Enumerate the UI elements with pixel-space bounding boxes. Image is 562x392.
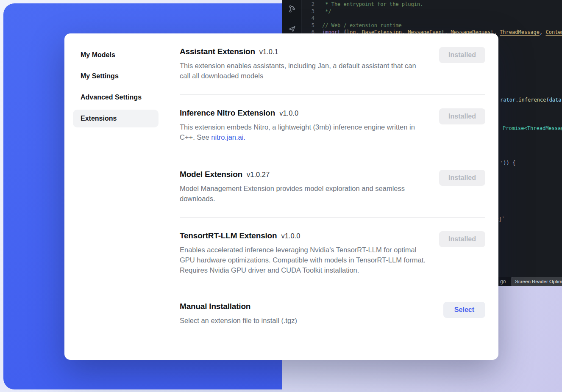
sidebar-item-my-settings[interactable]: My Settings xyxy=(73,67,159,85)
extension-info: Inference Nitro Extension v1.0.0 This ex… xyxy=(180,108,428,142)
code-token: ( xyxy=(546,97,549,103)
code-token: ContentType xyxy=(545,29,562,35)
extensions-list: Assistant Extension v1.0.1 This extensio… xyxy=(165,33,498,360)
extension-info: Manual Installation Select an extension … xyxy=(180,302,297,326)
extension-version: v1.0.0 xyxy=(281,232,300,240)
code-token: */ xyxy=(322,8,331,14)
extension-title-row: Inference Nitro Extension v1.0.0 xyxy=(180,108,428,118)
extension-title: TensortRT-LLM Extension xyxy=(180,231,277,240)
status-text: go xyxy=(500,278,506,285)
extension-title-row: Manual Installation xyxy=(180,302,297,311)
line-number: 3 xyxy=(302,8,314,15)
sidebar-item-my-models[interactable]: My Models xyxy=(73,46,159,64)
code-line: 4 xyxy=(302,15,562,22)
settings-sidebar: My Models My Settings Advanced Settings … xyxy=(64,33,165,360)
extension-item-model: Model Extension v1.0.27 Model Management… xyxy=(180,156,485,217)
section-title: Manual Installation xyxy=(180,302,250,311)
extension-title: Inference Nitro Extension xyxy=(180,108,275,118)
code-line: 2 * The entrypoint for the plugin. xyxy=(302,1,562,8)
extension-info: TensortRT-LLM Extension v1.0.0 Enables a… xyxy=(180,231,428,275)
code-line: 3 */ xyxy=(302,8,562,15)
manual-installation-section: Manual Installation Select an extension … xyxy=(180,289,485,341)
sidebar-item-extensions[interactable]: Extensions xyxy=(73,110,159,127)
extension-title-row: TensortRT-LLM Extension v1.0.0 xyxy=(180,231,428,240)
code-fragment: ')) { xyxy=(500,160,515,167)
installed-button[interactable]: Installed xyxy=(439,170,485,186)
extension-description: This extension embeds Nitro, a lightweig… xyxy=(180,122,428,142)
code-fragment: rator.inference(data)); xyxy=(500,97,562,104)
code-token: // Web / extension runtime xyxy=(322,22,402,28)
section-description: Select an extension file to install (.tg… xyxy=(180,315,297,326)
code-token: ThreadMessage xyxy=(500,29,540,35)
select-file-button[interactable]: Select xyxy=(443,302,485,318)
extension-title-row: Model Extension v1.0.27 xyxy=(180,170,428,179)
line-number: 4 xyxy=(302,15,314,22)
extension-item-assistant: Assistant Extension v1.0.1 This extensio… xyxy=(180,33,485,94)
extension-info: Model Extension v1.0.27 Model Management… xyxy=(180,170,428,204)
code-token: )) { xyxy=(503,160,515,166)
code-token: Promise<ThreadMessage> xyxy=(503,125,562,131)
code-line: 5// Web / extension runtime xyxy=(302,22,562,29)
code-token: inference xyxy=(518,97,546,103)
code-area: 2 * The entrypoint for the plugin. 3 */ … xyxy=(282,1,562,36)
extension-description: This extension enables assistants, inclu… xyxy=(180,61,428,81)
extension-title: Assistant Extension xyxy=(180,47,255,56)
extension-version: v1.0.0 xyxy=(279,109,298,117)
code-fragment: Promise<ThreadMessage> xyxy=(503,125,562,132)
extension-title: Model Extension xyxy=(180,170,242,179)
code-token: data xyxy=(549,97,562,103)
installed-button[interactable]: Installed xyxy=(439,108,485,124)
extension-description: Model Management Extension provides mode… xyxy=(180,183,428,204)
line-number: 2 xyxy=(302,1,314,8)
line-number: 5 xyxy=(302,22,314,29)
nitro-link[interactable]: nitro.jan.ai. xyxy=(211,133,245,141)
installed-button[interactable]: Installed xyxy=(439,231,485,247)
extension-title-row: Assistant Extension v1.0.1 xyxy=(180,47,428,56)
code-token: * The entrypoint for the plugin. xyxy=(322,1,423,7)
installed-button[interactable]: Installed xyxy=(439,47,485,63)
extension-item-nitro: Inference Nitro Extension v1.0.0 This ex… xyxy=(180,95,485,156)
extension-version: v1.0.27 xyxy=(247,171,270,179)
screen-reader-badge[interactable]: Screen Reader Optimized xyxy=(512,277,562,286)
extension-description: Enables accelerated inference leveraging… xyxy=(180,245,428,275)
code-token: rator xyxy=(500,97,515,103)
sidebar-item-advanced-settings[interactable]: Advanced Settings xyxy=(73,88,159,106)
code-token: , xyxy=(540,29,545,35)
extension-item-tensorrt: TensortRT-LLM Extension v1.0.0 Enables a… xyxy=(180,218,485,289)
settings-modal: My Models My Settings Advanced Settings … xyxy=(64,33,498,360)
extension-info: Assistant Extension v1.0.1 This extensio… xyxy=(180,47,428,81)
extension-version: v1.0.1 xyxy=(259,48,278,56)
